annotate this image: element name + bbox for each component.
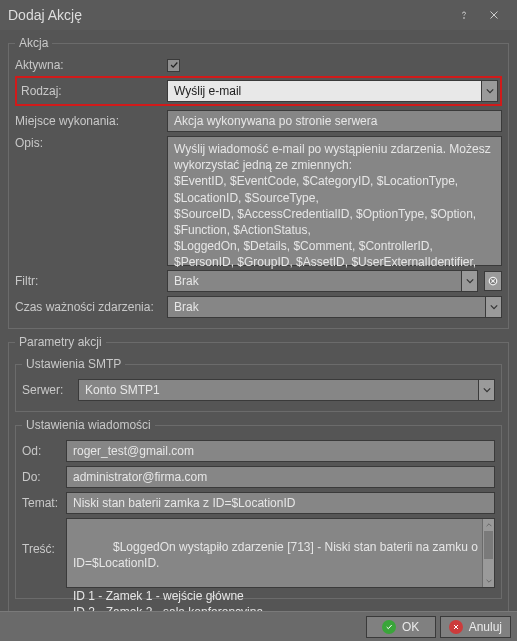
filter-clear-button[interactable]	[484, 271, 502, 291]
filter-combo[interactable]: Brak	[167, 270, 478, 292]
kind-label: Rodzaj:	[19, 84, 163, 98]
subject-input[interactable]: Niski stan baterii zamka z ID=$LocationI…	[66, 492, 495, 514]
scroll-up-icon[interactable]	[483, 519, 494, 531]
row-validity: Czas ważności zdarzenia: Brak	[15, 296, 502, 318]
row-to: Do: administrator@firma.com	[22, 466, 495, 488]
subject-label: Temat:	[22, 496, 62, 510]
row-kind: Rodzaj: Wyślij e-mail	[15, 76, 502, 106]
dialog-body: Akcja Aktywna: Rodzaj: Wyślij e-mail Mie…	[0, 30, 517, 611]
from-input[interactable]: roger_test@gmail.com	[66, 440, 495, 462]
validity-label: Czas ważności zdarzenia:	[15, 300, 163, 314]
ok-button[interactable]: OK	[366, 616, 436, 638]
kind-combo[interactable]: Wyślij e-mail	[167, 80, 498, 102]
scroll-down-icon[interactable]	[483, 575, 494, 587]
row-from: Od: roger_test@gmail.com	[22, 440, 495, 462]
from-label: Od:	[22, 444, 62, 458]
desc-value: Wyślij wiadomość e-mail po wystąpieniu z…	[167, 136, 502, 266]
server-combo[interactable]: Konto SMTP1	[78, 379, 495, 401]
dialog-window: Dodaj Akcję Akcja Aktywna: Rodzaj: Wyśli…	[0, 0, 517, 641]
active-checkbox[interactable]	[167, 59, 180, 72]
cancel-button[interactable]: Anuluj	[440, 616, 511, 638]
row-location: Miejsce wykonania: Akcja wykonywana po s…	[15, 110, 502, 132]
kind-dropdown[interactable]	[482, 80, 498, 102]
scroll-thumb[interactable]	[484, 531, 493, 559]
row-filter: Filtr: Brak	[15, 270, 502, 292]
location-label: Miejsce wykonania:	[15, 114, 163, 128]
section-action: Akcja Aktywna: Rodzaj: Wyślij e-mail Mie…	[8, 36, 509, 329]
cancel-icon	[449, 620, 463, 634]
section-action-legend: Akcja	[15, 36, 52, 50]
filter-dropdown[interactable]	[462, 270, 478, 292]
filter-value: Brak	[167, 270, 462, 292]
row-server: Serwer: Konto SMTP1	[22, 379, 495, 401]
kind-value: Wyślij e-mail	[167, 80, 482, 102]
footer: OK Anuluj	[0, 611, 517, 641]
server-dropdown[interactable]	[479, 379, 495, 401]
validity-dropdown[interactable]	[486, 296, 502, 318]
cancel-label: Anuluj	[469, 620, 502, 634]
row-desc: Opis: Wyślij wiadomość e-mail po wystąpi…	[15, 136, 502, 266]
titlebar: Dodaj Akcję	[0, 0, 517, 30]
filter-label: Filtr:	[15, 274, 163, 288]
to-input[interactable]: administrator@firma.com	[66, 466, 495, 488]
server-value: Konto SMTP1	[78, 379, 479, 401]
help-button[interactable]	[449, 0, 479, 30]
active-label: Aktywna:	[15, 58, 163, 72]
section-params: Parametry akcji Ustawienia SMTP Serwer: …	[8, 335, 509, 611]
check-icon	[382, 620, 396, 634]
server-label: Serwer:	[22, 383, 74, 397]
window-title: Dodaj Akcję	[8, 7, 449, 23]
validity-combo[interactable]: Brak	[167, 296, 502, 318]
close-button[interactable]	[479, 0, 509, 30]
section-message-legend: Ustawienia wiadomości	[22, 418, 155, 432]
row-subject: Temat: Niski stan baterii zamka z ID=$Lo…	[22, 492, 495, 514]
ok-label: OK	[402, 620, 419, 634]
location-value: Akcja wykonywana po stronie serwera	[167, 110, 502, 132]
row-body: Treść: $LoggedOn wystąpiło zdarzenie [71…	[22, 518, 495, 588]
svg-point-0	[464, 18, 465, 19]
section-message: Ustawienia wiadomości Od: roger_test@gma…	[15, 418, 502, 599]
to-label: Do:	[22, 470, 62, 484]
section-params-legend: Parametry akcji	[15, 335, 106, 349]
validity-value: Brak	[167, 296, 486, 318]
desc-label: Opis:	[15, 136, 163, 150]
body-label: Treść:	[22, 518, 62, 556]
section-smtp-legend: Ustawienia SMTP	[22, 357, 125, 371]
body-scrollbar[interactable]	[482, 519, 494, 587]
section-smtp: Ustawienia SMTP Serwer: Konto SMTP1	[15, 357, 502, 412]
row-active: Aktywna:	[15, 58, 502, 72]
body-input[interactable]: $LoggedOn wystąpiło zdarzenie [713] - Ni…	[66, 518, 495, 588]
body-text: $LoggedOn wystąpiło zdarzenie [713] - Ni…	[73, 540, 481, 611]
